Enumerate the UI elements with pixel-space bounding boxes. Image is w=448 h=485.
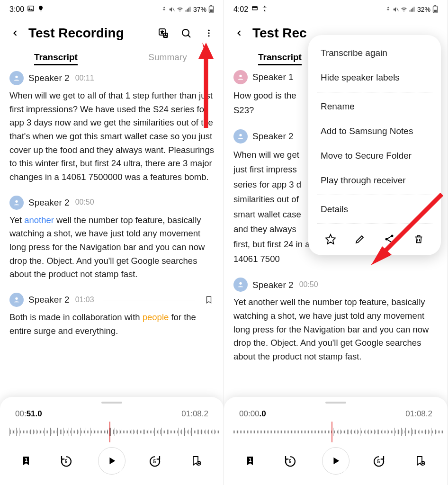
battery-icon bbox=[208, 5, 214, 15]
segment-text: Yet another well the number top feature,… bbox=[233, 296, 438, 363]
play-button[interactable] bbox=[322, 447, 349, 475]
tab-summary[interactable]: Summary bbox=[112, 49, 224, 65]
bookmark-badge: 1 bbox=[25, 457, 27, 463]
svg-marker-39 bbox=[333, 458, 339, 465]
menu-divider bbox=[317, 195, 432, 195]
time-row: 00:51.0 01:08.2 bbox=[0, 408, 224, 422]
bookmark-badge: 1 bbox=[249, 457, 251, 463]
translate-button[interactable] bbox=[157, 27, 170, 39]
avatar bbox=[233, 129, 248, 144]
player-controls: 1 5 5 bbox=[0, 442, 224, 485]
svg-point-30 bbox=[239, 134, 242, 136]
segment-text: When will we get just first impress seri… bbox=[233, 147, 314, 267]
add-bookmark-button[interactable] bbox=[411, 451, 430, 470]
waveform[interactable] bbox=[224, 422, 448, 442]
menu-icon-row bbox=[308, 226, 441, 248]
menu-transcribe-again[interactable]: Transcribe again bbox=[308, 41, 441, 65]
accessibility-icon bbox=[261, 5, 268, 14]
speaker-label: Speaker 2 bbox=[28, 196, 70, 209]
left-screenshot: 3:00 37% Test Recording bbox=[0, 0, 224, 485]
segment-timestamp: 00:50 bbox=[299, 279, 318, 291]
segment-timestamp: 00:50 bbox=[75, 197, 94, 208]
menu-divider bbox=[317, 92, 432, 92]
svg-rect-4 bbox=[210, 5, 212, 6]
svg-point-12 bbox=[208, 35, 209, 36]
segment-timestamp: 01:03 bbox=[75, 294, 94, 306]
svg-rect-5 bbox=[210, 9, 213, 12]
highlight-word: another bbox=[24, 215, 54, 225]
forward-5-button[interactable]: 5 bbox=[146, 451, 165, 470]
avatar bbox=[9, 196, 24, 210]
menu-secure-folder[interactable]: Move to Secure Folder bbox=[308, 144, 441, 168]
svg-point-1 bbox=[29, 8, 30, 9]
segment-text: When will we get to all of that 1 step f… bbox=[9, 89, 214, 184]
bookmark-icon[interactable] bbox=[204, 295, 214, 305]
transcript-segment: Speaker 2 01:03 Both is made in collabor… bbox=[9, 293, 214, 338]
svg-line-9 bbox=[188, 36, 191, 38]
svg-point-8 bbox=[182, 29, 189, 36]
segment-text: Both is made in collaboration with peopl… bbox=[9, 311, 214, 338]
menu-rename[interactable]: Rename bbox=[308, 94, 441, 119]
status-bar: 4:02 32% bbox=[224, 0, 448, 17]
back-button[interactable] bbox=[9, 27, 22, 40]
svg-point-11 bbox=[208, 32, 209, 34]
delete-icon[interactable] bbox=[412, 233, 425, 246]
tab-transcript[interactable]: Transcript bbox=[0, 49, 112, 65]
header-actions bbox=[157, 27, 215, 39]
svg-rect-28 bbox=[434, 9, 437, 12]
svg-point-15 bbox=[15, 297, 18, 300]
more-menu: Transcribe again Hide speaker labels Ren… bbox=[308, 35, 441, 255]
svg-marker-32 bbox=[326, 234, 335, 244]
transcript-segment: Speaker 2 00:11 When will we get to all … bbox=[9, 71, 214, 184]
rewind-5-button[interactable]: 5 bbox=[58, 451, 77, 470]
bookmark-button[interactable]: 1 bbox=[242, 451, 261, 470]
segment-timestamp: 00:11 bbox=[75, 72, 94, 84]
search-button[interactable] bbox=[180, 27, 192, 39]
status-bar: 3:00 37% bbox=[0, 0, 224, 17]
page-title: Test Recording bbox=[28, 26, 151, 41]
edit-icon[interactable] bbox=[353, 233, 367, 246]
more-button[interactable] bbox=[203, 27, 215, 39]
transcript-segment: Speaker 2 00:50 Yet another well the num… bbox=[233, 278, 438, 363]
bookmark-button[interactable]: 1 bbox=[18, 451, 37, 470]
timeline-bar bbox=[103, 300, 195, 300]
avatar bbox=[9, 71, 24, 85]
svg-point-10 bbox=[208, 30, 209, 31]
status-icons bbox=[161, 6, 191, 13]
playhead-icon[interactable] bbox=[332, 422, 332, 442]
transcript-content[interactable]: Speaker 2 00:11 When will we get to all … bbox=[0, 69, 224, 349]
share-icon[interactable] bbox=[383, 233, 396, 246]
battery-percent: 32% bbox=[417, 6, 430, 13]
playhead-icon[interactable] bbox=[109, 422, 110, 442]
player-controls: 1 5 5 bbox=[224, 442, 448, 485]
status-time: 4:02 bbox=[233, 5, 248, 14]
speaker-label: Speaker 2 bbox=[28, 293, 70, 306]
avatar bbox=[233, 70, 248, 84]
svg-rect-23 bbox=[252, 7, 258, 8]
menu-hide-speaker-labels[interactable]: Hide speaker labels bbox=[308, 65, 441, 90]
grab-handle[interactable] bbox=[325, 402, 346, 404]
svg-point-14 bbox=[15, 200, 18, 202]
speaker-label: Speaker 1 bbox=[252, 70, 294, 84]
menu-add-notes[interactable]: Add to Samsung Notes bbox=[308, 119, 441, 144]
back-button[interactable] bbox=[233, 27, 246, 40]
star-icon[interactable] bbox=[324, 233, 337, 246]
status-icons bbox=[385, 6, 415, 13]
menu-play-receiver[interactable]: Play through receiver bbox=[308, 168, 441, 193]
play-button[interactable] bbox=[98, 447, 125, 475]
grab-handle[interactable] bbox=[101, 402, 122, 404]
menu-details[interactable]: Details bbox=[308, 197, 441, 222]
rewind-5-button[interactable]: 5 bbox=[282, 451, 301, 470]
header: Test Recording bbox=[0, 17, 224, 46]
svg-rect-27 bbox=[434, 5, 436, 6]
player-panel: 00:00.0 01:08.2 1 5 5 bbox=[224, 397, 448, 485]
svg-point-13 bbox=[15, 76, 18, 78]
speaker-label: Speaker 2 bbox=[252, 278, 294, 292]
add-bookmark-button[interactable] bbox=[187, 451, 206, 470]
waveform[interactable] bbox=[0, 422, 224, 442]
speaker-row: Speaker 2 00:11 bbox=[9, 71, 214, 85]
battery-icon bbox=[432, 5, 438, 15]
hint-icon bbox=[37, 5, 44, 14]
svg-line-2 bbox=[173, 8, 175, 11]
forward-5-button[interactable]: 5 bbox=[370, 451, 389, 470]
